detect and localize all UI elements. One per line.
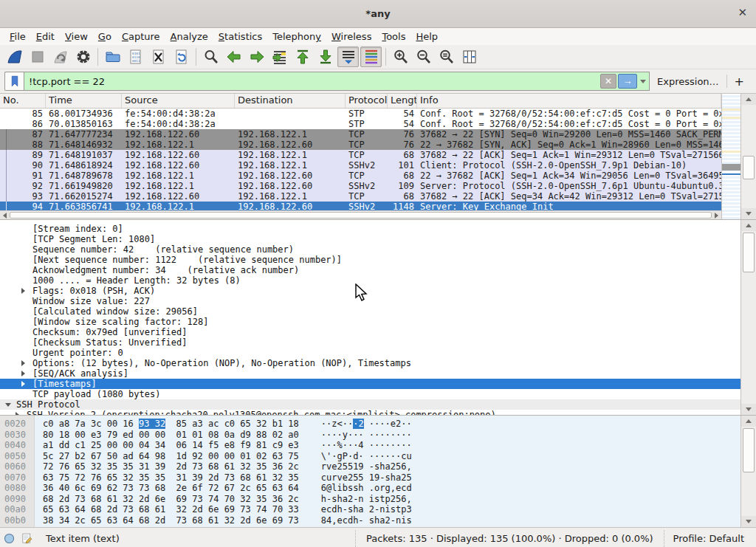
go-forward-button[interactable]: [246, 47, 267, 67]
zoom-in-button[interactable]: [390, 47, 411, 67]
detail-line[interactable]: [TCP Segment Len: 1080]: [0, 234, 740, 244]
detail-line[interactable]: TCP payload (1080 bytes): [0, 389, 740, 399]
find-packet-button[interactable]: [200, 47, 221, 67]
filter-bookmark-button[interactable]: [4, 72, 24, 91]
scroll-left-icon[interactable]: [0, 211, 10, 219]
expand-arrow-icon[interactable]: [21, 381, 25, 387]
go-back-button[interactable]: [223, 47, 244, 67]
hex-row-0030[interactable]: 003080 18 00 e3 79 ed 00 00 01 01 08 0a …: [0, 430, 740, 441]
hex-row-0060[interactable]: 006072 76 65 32 35 35 31 39 2d 73 68 61 …: [0, 461, 740, 472]
hex-row-0020[interactable]: 0020c0 a8 7a 3c 00 16 93 32 85 a3 ac c0 …: [0, 419, 740, 430]
capture-comment-icon[interactable]: [18, 532, 35, 545]
close-file-button[interactable]: [148, 47, 169, 67]
packet-list-minimap[interactable]: [721, 94, 740, 219]
column-header-time[interactable]: Time: [46, 94, 122, 108]
titlebar[interactable]: *any ✕: [0, 0, 756, 28]
stop-capture-button[interactable]: [27, 47, 48, 67]
packet-row-92[interactable]: 9271.661949820192.168.122.1192.168.122.6…: [0, 181, 721, 191]
profile-status[interactable]: Profile: Default: [664, 530, 755, 547]
reload-file-button[interactable]: [171, 47, 192, 67]
menu-edit[interactable]: Edit: [31, 30, 60, 44]
column-header-destination[interactable]: Destination: [235, 94, 346, 108]
packet-row-88[interactable]: 8871.648146932192.168.122.1192.168.122.6…: [0, 140, 721, 150]
packet-row-91[interactable]: 9171.648789678192.168.122.1192.168.122.6…: [0, 171, 721, 181]
menu-go[interactable]: Go: [93, 30, 117, 44]
open-file-button[interactable]: [102, 47, 123, 67]
menu-file[interactable]: File: [4, 30, 31, 44]
packet-row-89[interactable]: 8971.648191037192.168.122.60192.168.122.…: [0, 150, 721, 160]
menu-statistics[interactable]: Statistics: [213, 30, 267, 44]
go-last-button[interactable]: [315, 47, 336, 67]
hex-row-00a0[interactable]: 00a065 63 64 68 2d 73 68 61 32 2d 6e 69 …: [0, 504, 740, 515]
packet-row-90[interactable]: 9071.648618924192.168.122.60192.168.122.…: [0, 160, 721, 171]
scroll-up-icon[interactable]: [741, 220, 756, 231]
expand-arrow-icon[interactable]: [21, 371, 25, 376]
hex-row-0050[interactable]: 00505c 27 b2 67 50 ad 64 98 1d 92 00 00 …: [0, 451, 740, 462]
menu-analyze[interactable]: Analyze: [165, 30, 213, 44]
detail-line[interactable]: Urgent pointer: 0: [0, 348, 740, 358]
detail-line[interactable]: [Next sequence number: 1122 (relative se…: [0, 255, 740, 265]
detail-line[interactable]: SSH Version 2 (encryption:chacha20-poly1…: [0, 410, 740, 415]
detail-line[interactable]: [Window size scaling factor: 128]: [0, 317, 740, 327]
scroll-right-icon[interactable]: [712, 211, 721, 219]
detail-line[interactable]: Checksum: 0x79ed [unverified]: [0, 327, 740, 337]
detail-line[interactable]: SSH Protocol: [0, 399, 740, 410]
detail-line[interactable]: Flags: 0x018 (PSH, ACK): [0, 286, 740, 296]
scroll-down-icon[interactable]: [741, 404, 756, 415]
detail-line[interactable]: Sequence number: 42 (relative sequence n…: [0, 244, 740, 255]
expression-button[interactable]: Expression…: [650, 76, 726, 87]
scroll-up-icon[interactable]: [741, 94, 756, 105]
filter-add-button[interactable]: +: [727, 75, 752, 89]
bytes-scrollbar[interactable]: [740, 416, 756, 527]
expert-info-icon[interactable]: [0, 532, 18, 545]
expand-arrow-icon[interactable]: [21, 288, 25, 294]
menu-telephony[interactable]: Telephony: [267, 30, 326, 44]
hex-row-0080[interactable]: 008036 40 6c 69 62 73 73 68 2e 6f 72 67 …: [0, 483, 740, 494]
detail-line[interactable]: [SEQ/ACK analysis]: [0, 368, 740, 379]
detail-line[interactable]: Acknowledgment number: 34 (relative ack …: [0, 265, 740, 275]
menu-wireless[interactable]: Wireless: [326, 30, 377, 44]
filter-clear-button[interactable]: ✕: [600, 74, 616, 89]
expand-arrow-icon[interactable]: [21, 360, 25, 366]
detail-line[interactable]: 1000 .... = Header Length: 32 bytes (8): [0, 275, 740, 286]
packet-row-87[interactable]: 8771.647777234192.168.122.60192.168.122.…: [0, 129, 721, 140]
hex-row-0040[interactable]: 0040a1 dd c1 25 00 00 04 34 06 14 f5 e8 …: [0, 440, 740, 451]
hex-row-0090[interactable]: 009068 2d 73 68 61 32 2d 6e 69 73 74 70 …: [0, 494, 740, 505]
colorize-button[interactable]: [360, 47, 382, 67]
hex-row-0070[interactable]: 007063 75 72 76 65 32 35 35 31 39 2d 73 …: [0, 472, 740, 484]
packet-list-hscrollbar[interactable]: [0, 210, 721, 219]
menu-capture[interactable]: Capture: [117, 30, 165, 44]
column-header-source[interactable]: Source: [122, 94, 235, 108]
column-header-protocol[interactable]: Protocol: [346, 94, 388, 108]
menu-tools[interactable]: Tools: [377, 30, 410, 44]
scroll-down-icon[interactable]: [741, 208, 756, 219]
detail-line[interactable]: Window size value: 227: [0, 296, 740, 306]
packet-list-scrollbar[interactable]: [740, 94, 756, 219]
detail-line[interactable]: [Calculated window size: 29056]: [0, 306, 740, 317]
scroll-up-icon[interactable]: [741, 416, 756, 427]
packet-row-85[interactable]: 8568.001734936fe:54:00:d4:38:2aSTP54Conf…: [0, 109, 721, 119]
menu-view[interactable]: View: [60, 30, 93, 44]
save-file-button[interactable]: 010101100011: [125, 47, 146, 67]
scroll-down-icon[interactable]: [741, 516, 756, 527]
restart-capture-button[interactable]: [49, 47, 71, 67]
detail-line[interactable]: [Checksum Status: Unverified]: [0, 337, 740, 348]
column-header-info[interactable]: Info: [417, 94, 721, 108]
zoom-original-button[interactable]: [436, 47, 457, 67]
auto-scroll-button[interactable]: [337, 47, 359, 67]
filter-apply-button[interactable]: →: [618, 74, 637, 89]
close-icon[interactable]: ✕: [738, 6, 747, 19]
column-header-no[interactable]: No.: [0, 94, 46, 108]
detail-line[interactable]: [Timestamps]: [0, 379, 740, 389]
go-first-button[interactable]: [292, 47, 313, 67]
display-filter-input[interactable]: [24, 76, 599, 87]
packet-row-86[interactable]: 8670.013850163fe:54:00:d4:38:2aSTP54Conf…: [0, 119, 721, 129]
capture-options-button[interactable]: [72, 47, 94, 67]
go-to-packet-button[interactable]: [269, 47, 290, 67]
detail-line[interactable]: Options: (12 bytes), No-Operation (NOP),…: [0, 358, 740, 368]
filter-dropdown-caret-icon[interactable]: [637, 80, 649, 83]
resize-columns-button[interactable]: [458, 47, 480, 67]
details-scrollbar[interactable]: [740, 220, 756, 415]
packet-row-94[interactable]: 9471.663856741192.168.122.1192.168.122.6…: [0, 202, 721, 210]
collapse-arrow-icon[interactable]: [5, 403, 11, 407]
